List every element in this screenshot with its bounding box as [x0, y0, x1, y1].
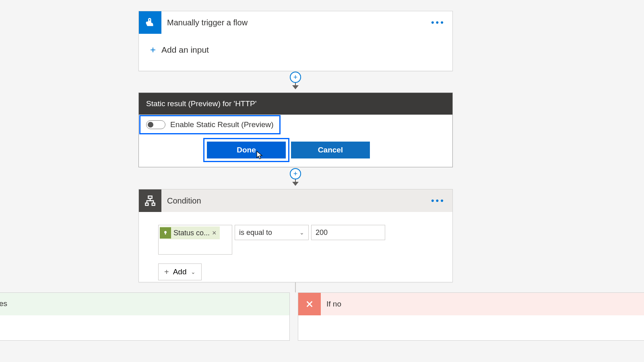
if-yes-branch[interactable]	[0, 292, 290, 341]
connector-add-step-2: +	[290, 168, 301, 186]
add-input-label: Add an input	[161, 45, 209, 55]
add-input-button[interactable]: + Add an input	[139, 34, 452, 66]
svg-rect-4	[165, 233, 166, 234]
svg-rect-0	[148, 196, 152, 198]
svg-point-3	[164, 231, 167, 233]
condition-operator-select[interactable]: is equal to ⌄	[235, 225, 309, 240]
condition-row: Status co... × is equal to ⌄	[158, 225, 433, 255]
svg-rect-2	[152, 203, 155, 206]
condition-left-operand[interactable]: Status co... ×	[158, 225, 232, 255]
add-step-button[interactable]: +	[290, 72, 301, 83]
done-highlight: Done	[203, 138, 289, 162]
ellipsis-icon[interactable]: •••	[431, 17, 445, 28]
arrow-down-icon-2	[292, 182, 299, 186]
condition-header: Condition •••	[139, 189, 452, 212]
static-result-buttons: Done Cancel	[203, 135, 370, 167]
remove-token-icon[interactable]: ×	[212, 229, 217, 237]
cancel-button[interactable]: Cancel	[291, 142, 370, 158]
static-result-header: Static result (Preview) for 'HTTP'	[139, 93, 452, 115]
enable-static-result-toggle[interactable]	[146, 120, 165, 129]
lightbulb-icon	[160, 227, 171, 239]
enable-static-result-label: Enable Static Result (Preview)	[170, 120, 274, 129]
if-no-label: If no	[321, 300, 341, 309]
operator-label: is equal to	[239, 228, 272, 237]
chevron-down-icon-2: ⌄	[191, 269, 196, 275]
connector-add-step: +	[290, 72, 301, 89]
condition-value-input[interactable]	[311, 225, 385, 240]
condition-icon	[139, 189, 161, 212]
static-result-panel: Static result (Preview) for 'HTTP' Enabl…	[138, 93, 453, 167]
svg-rect-1	[145, 203, 148, 206]
enable-static-result-row: Enable Static Result (Preview)	[139, 115, 281, 134]
condition-ellipsis-icon[interactable]: •••	[431, 195, 445, 206]
if-yes-label-fragment: es	[0, 299, 7, 308]
condition-title: Condition	[161, 196, 201, 206]
close-icon	[298, 293, 321, 315]
add-condition-button[interactable]: + Add ⌄	[158, 263, 202, 280]
done-button[interactable]: Done	[207, 142, 286, 158]
flow-canvas: Manually trigger a flow ••• + Add an inp…	[0, 0, 644, 362]
plus-icon: +	[150, 44, 156, 56]
trigger-header: Manually trigger a flow •••	[139, 11, 452, 34]
chevron-down-icon: ⌄	[299, 229, 304, 236]
trigger-card[interactable]: Manually trigger a flow ••• + Add an inp…	[138, 11, 453, 71]
plus-icon-2: +	[164, 267, 169, 277]
condition-card[interactable]: Condition ••• Status co... × is equal to	[138, 189, 453, 282]
touch-icon	[139, 11, 161, 34]
add-step-button-2[interactable]: +	[290, 168, 301, 179]
token-label: Status co...	[173, 229, 210, 237]
trigger-title: Manually trigger a flow	[161, 18, 248, 27]
arrow-down-icon	[292, 85, 299, 89]
add-label: Add	[173, 267, 187, 276]
if-no-branch[interactable]: If no	[298, 292, 644, 341]
condition-body: Status co... × is equal to ⌄ + Add ⌄	[139, 212, 452, 288]
status-code-token[interactable]: Status co... ×	[160, 226, 220, 239]
